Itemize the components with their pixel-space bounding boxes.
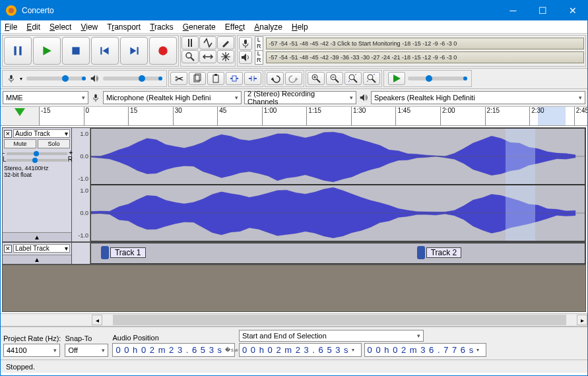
speaker-device-icon — [359, 93, 368, 102]
svg-line-27 — [354, 79, 357, 82]
play-at-speed-button[interactable] — [388, 72, 405, 85]
menu-tracks[interactable]: Tracks — [150, 22, 174, 32]
svg-rect-13 — [10, 75, 13, 79]
pause-button[interactable] — [4, 37, 32, 65]
draw-tool[interactable] — [217, 36, 234, 49]
svg-marker-12 — [242, 53, 246, 61]
zoom-tool[interactable] — [181, 50, 199, 63]
svg-rect-7 — [137, 47, 139, 54]
play-button[interactable] — [33, 37, 61, 65]
audio-position-field[interactable]: 0 0 h 0 2 m 2 3 . 6 5 3 s�św — [112, 343, 235, 357]
fit-project-button[interactable] — [363, 72, 380, 85]
output-device-combo[interactable]: Speakers (Realtek High Definiti▾ — [371, 91, 585, 104]
trim-button[interactable] — [226, 72, 243, 85]
menu-select[interactable]: Select — [49, 22, 71, 32]
menu-file[interactable]: File — [5, 22, 17, 32]
waveform-right[interactable] — [90, 185, 585, 241]
mic-icon — [7, 74, 16, 83]
edit-group: ✂ — [168, 70, 263, 87]
selection-end-field[interactable]: 0 0 h 0 2 m 3 6 . 7 7 6 s▾ — [364, 343, 487, 357]
close-button[interactable]: ✕ — [558, 1, 587, 20]
record-volume-slider[interactable] — [26, 77, 86, 80]
silence-button[interactable] — [244, 72, 261, 85]
playhead-marker-icon[interactable] — [15, 108, 25, 116]
svg-marker-2 — [43, 46, 51, 55]
status-text: Stopped. — [6, 363, 35, 371]
track-close-button[interactable]: ✕ — [4, 130, 12, 138]
track-menu[interactable]: Audio Track▾ — [13, 129, 70, 138]
redo-button[interactable] — [285, 72, 302, 85]
speaker-icon — [90, 74, 99, 83]
zoom-in-button[interactable] — [308, 72, 325, 85]
label-track-close-button[interactable]: ✕ — [4, 245, 12, 253]
menu-edit[interactable]: Edit — [26, 22, 40, 32]
zoom-group — [306, 70, 382, 87]
selection-mode-combo[interactable]: Start and End of Selection▾ — [239, 330, 424, 342]
menu-effect[interactable]: Effect — [225, 22, 245, 32]
track-collapse-button[interactable]: ▲ — [3, 232, 71, 241]
selection-start-field[interactable]: 0 0 h 0 2 m 2 3 . 6 5 3 s▾ — [239, 343, 362, 357]
waveform-left[interactable] — [90, 128, 585, 185]
svg-point-26 — [349, 75, 354, 80]
stop-button[interactable] — [62, 37, 90, 65]
selection-tool[interactable] — [181, 36, 199, 49]
minimize-button[interactable]: ─ — [498, 1, 528, 20]
project-rate-label: Project Rate (Hz): — [3, 334, 61, 342]
playback-volume-slider[interactable] — [103, 77, 162, 80]
timeline-gutter — [1, 107, 39, 125]
svg-line-25 — [335, 79, 339, 82]
cut-button[interactable]: ✂ — [170, 72, 187, 85]
envelope-tool[interactable] — [199, 36, 216, 49]
svg-rect-17 — [213, 75, 218, 82]
menu-transport[interactable]: Transport — [107, 22, 141, 32]
skip-end-button[interactable] — [120, 37, 148, 65]
menu-generate[interactable]: Generate — [183, 22, 216, 32]
app-icon — [6, 5, 16, 16]
label-marker[interactable]: Track 2 — [417, 246, 462, 259]
h-scrollbar[interactable] — [113, 315, 566, 325]
host-combo[interactable]: MME▾ — [3, 91, 88, 104]
playback-meter[interactable]: -57 -54 -51 -48 -45 -42 -39 -36 -33 -30 … — [266, 51, 585, 63]
project-rate-combo[interactable]: 44100▾ — [3, 344, 60, 357]
tools-group — [180, 35, 236, 67]
paste-button[interactable] — [207, 72, 224, 85]
label-track-menu[interactable]: Label Track▾ — [13, 244, 70, 253]
menu-help[interactable]: Help — [292, 22, 308, 32]
gain-slider[interactable] — [7, 152, 67, 155]
maximize-button[interactable]: ☐ — [528, 1, 558, 20]
wave-scale-right: 1.00.0-1.0 — [72, 185, 90, 241]
wave-scale-left: 1.00.0-1.0 — [72, 128, 90, 185]
label-track-body[interactable]: Track 1Track 2 — [90, 243, 585, 264]
svg-rect-18 — [214, 74, 217, 76]
record-button[interactable] — [149, 37, 177, 65]
zoom-out-button[interactable] — [326, 72, 343, 85]
timeline-row: -1501530451:001:151:301:452:002:152:302:… — [1, 107, 587, 126]
menu-view[interactable]: View — [81, 22, 98, 32]
timeshift-tool[interactable] — [199, 50, 216, 63]
timeline-ruler[interactable]: -1501530451:001:151:301:452:002:152:302:… — [39, 107, 587, 125]
channels-combo[interactable]: 2 (Stereo) Recording Channels▾ — [244, 91, 356, 104]
multi-tool[interactable] — [217, 50, 234, 63]
mic-meter-icon[interactable] — [239, 37, 252, 50]
copy-button[interactable] — [189, 72, 206, 85]
menu-analyze[interactable]: Analyze — [254, 22, 282, 32]
label-track-collapse-button[interactable]: ▲ — [3, 255, 71, 264]
mute-button[interactable]: Mute — [4, 139, 36, 148]
transport-group — [2, 35, 179, 67]
skip-start-button[interactable] — [91, 37, 119, 65]
record-meter[interactable]: -57 -54 -51 -48 -45 -42 -3 Click to Star… — [266, 38, 585, 49]
playback-speed-slider[interactable] — [408, 77, 467, 80]
undo-button[interactable] — [267, 72, 284, 85]
svg-marker-30 — [393, 75, 401, 82]
mic-device-icon — [91, 93, 100, 102]
scroll-right-button[interactable]: ▸ — [577, 315, 587, 325]
snap-combo[interactable]: Off▾ — [65, 344, 108, 357]
solo-button[interactable]: Solo — [38, 139, 70, 148]
scroll-left-button[interactable]: ◂ — [92, 315, 102, 325]
input-device-combo[interactable]: Microphone (Realtek High Defini▾ — [103, 91, 242, 104]
pan-slider[interactable] — [7, 159, 67, 162]
svg-point-8 — [158, 46, 168, 55]
speaker-meter-icon[interactable] — [239, 51, 252, 64]
label-marker[interactable]: Track 1 — [101, 246, 146, 259]
fit-selection-button[interactable] — [344, 72, 362, 85]
